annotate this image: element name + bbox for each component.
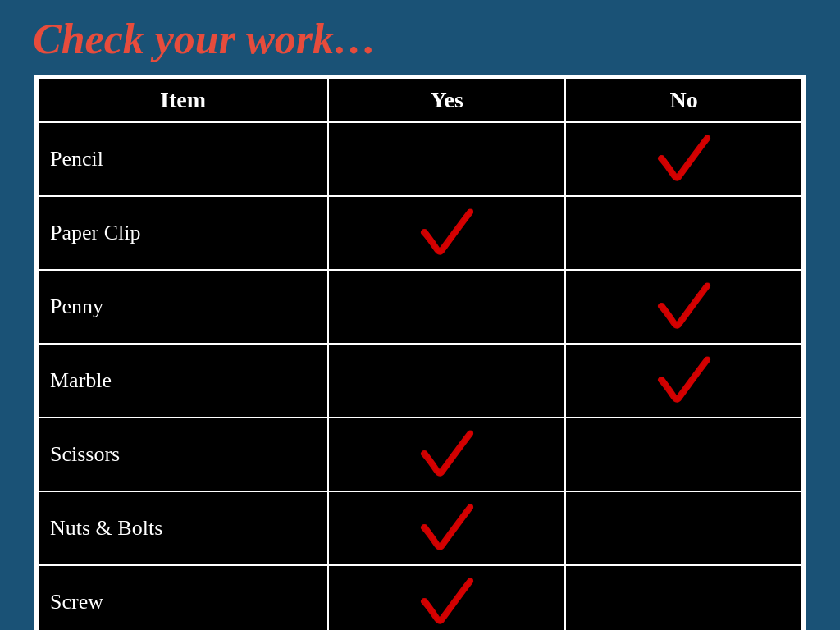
table-row: Paper Clip [38, 196, 802, 270]
no-cell [565, 344, 802, 418]
col-header-yes: Yes [328, 78, 565, 122]
table-row: Nuts & Bolts [38, 491, 802, 565]
table-row: Marble [38, 344, 802, 418]
item-cell: Paper Clip [38, 196, 328, 270]
table-row: Pencil [38, 122, 802, 196]
yes-cell [328, 418, 565, 491]
yes-cell [328, 491, 565, 565]
no-cell [565, 196, 802, 270]
no-cell [565, 491, 802, 565]
item-cell: Penny [38, 270, 328, 344]
col-header-item: Item [38, 78, 328, 122]
no-cell [565, 565, 802, 630]
main-table-container: Item Yes No Pencil Paper Clip Penny Marb… [34, 75, 806, 630]
item-cell: Scissors [38, 418, 328, 491]
col-header-no: No [565, 78, 802, 122]
table-row: Screw [38, 565, 802, 630]
yes-cell [328, 565, 565, 630]
item-cell: Marble [38, 344, 328, 418]
yes-cell [328, 344, 565, 418]
item-cell: Screw [38, 565, 328, 630]
item-cell: Nuts & Bolts [38, 491, 328, 565]
no-cell [565, 270, 802, 344]
checklist-table: Item Yes No Pencil Paper Clip Penny Marb… [37, 77, 803, 630]
page-title: Check your work… [33, 15, 377, 63]
item-cell: Pencil [38, 122, 328, 196]
table-row: Scissors [38, 418, 802, 491]
no-cell [565, 418, 802, 491]
table-header-row: Item Yes No [38, 78, 802, 122]
yes-cell [328, 122, 565, 196]
no-cell [565, 122, 802, 196]
yes-cell [328, 196, 565, 270]
yes-cell [328, 270, 565, 344]
table-row: Penny [38, 270, 802, 344]
